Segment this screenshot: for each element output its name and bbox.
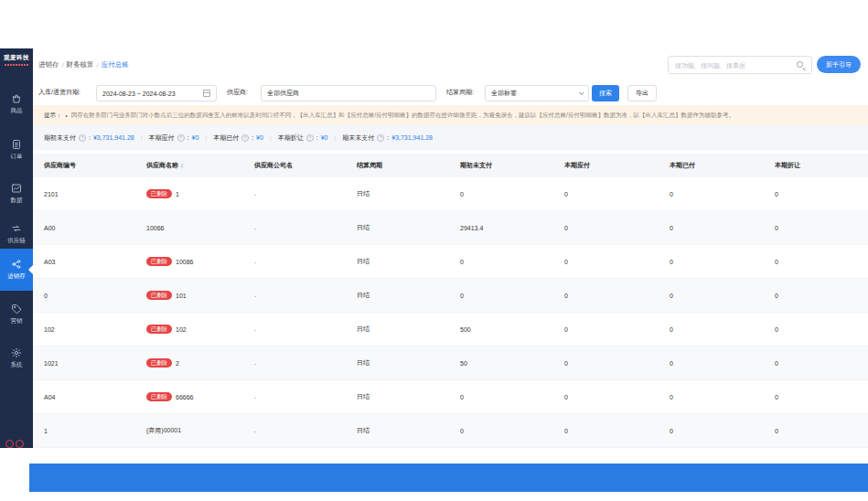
cell-current-paid: 0 [659, 428, 764, 434]
help-icon[interactable]: ? [241, 134, 249, 142]
global-search[interactable] [668, 56, 812, 74]
period-select[interactable]: 全部标签 [485, 85, 589, 101]
cell-supplier-company: - [243, 326, 346, 333]
table-row[interactable]: 1021已删除2-日结50000 [33, 346, 868, 380]
guide-button[interactable]: 新手引导 [817, 56, 861, 73]
cell-current-payable: 0 [553, 293, 659, 299]
cell-current-paid: 0 [659, 191, 764, 197]
search-button[interactable]: 搜索 [592, 85, 619, 101]
column-header: 期初未支付 [449, 161, 553, 170]
app-window: 观麦科技 商品订单数据供应链进销存营销系统 进销存/财务核算/应付总账 新手引导… [0, 48, 868, 448]
cell-current-discount: 0 [764, 293, 868, 299]
sidebar-item-label: 进销存 [7, 272, 26, 281]
deleted-badge: 已删除 [146, 358, 172, 368]
breadcrumb-item[interactable]: 财务核算 [67, 60, 94, 69]
cell-current-discount: 0 [764, 225, 868, 231]
column-header: 本期折让 [764, 161, 868, 170]
column-header: 供应商公司名 [243, 161, 346, 170]
sidebar-bottom-icon[interactable] [5, 440, 24, 448]
sidebar-item-label: 营销 [11, 317, 23, 325]
help-icon[interactable]: ? [377, 134, 384, 142]
table-row[interactable]: 2101已删除1-日结0000 [33, 177, 868, 211]
supplier-value: 全部供应商 [267, 89, 430, 98]
date-filter-label: 入库/退货日期: [38, 88, 80, 97]
sidebar-item-goods[interactable]: 商品 [0, 89, 33, 120]
cell-current-payable: 0 [553, 394, 659, 400]
table-row[interactable]: A0010066-日结29413.4000 [33, 211, 868, 245]
breadcrumb-item[interactable]: 进销存 [38, 60, 59, 69]
supplier-name-text: 102 [176, 326, 187, 333]
hint-label: 提示： [44, 112, 62, 120]
cell-supplier-company: - [243, 360, 346, 367]
summary-label: 本期已付 [213, 133, 239, 143]
cell-supplier-company: - [243, 191, 346, 197]
cell-supplier-code: A00 [33, 225, 135, 231]
logo: 观麦科技 [0, 54, 33, 66]
date-range-input[interactable]: 2024-08-23 ~ 2024-08-23 [96, 85, 217, 101]
breadcrumb-separator: / [97, 61, 99, 69]
logo-subtext [5, 64, 28, 66]
cell-settlement-period: 日结 [346, 223, 449, 232]
cell-settlement-period: 日结 [346, 426, 449, 435]
cell-settlement-period: 日结 [346, 358, 449, 368]
cell-current-paid: 0 [659, 394, 764, 400]
sidebar-item-label: 商品 [11, 107, 23, 115]
cell-current-discount: 0 [764, 394, 868, 400]
help-icon[interactable]: ? [306, 134, 314, 142]
screen: 观麦科技 商品订单数据供应链进销存营销系统 进销存/财务核算/应付总账 新手引导… [0, 0, 868, 501]
cell-current-paid: 0 [659, 225, 764, 231]
table-row[interactable]: 0已删除101-日结0000 [33, 279, 868, 313]
cell-current-paid: 0 [659, 259, 764, 265]
table-row[interactable]: 102已删除102-日结500000 [33, 313, 868, 346]
sidebar-item-orders[interactable]: 订单 [0, 134, 33, 165]
sidebar-item-system[interactable]: 系统 [0, 343, 33, 374]
sort-icon[interactable]: ▲▼ [180, 163, 184, 168]
cell-supplier-code: A03 [33, 259, 135, 265]
cell-settlement-period: 日结 [346, 325, 449, 334]
deleted-badge: 已删除 [146, 291, 172, 300]
sidebar-item-data[interactable]: 数据 [0, 178, 33, 209]
gear-icon [11, 347, 22, 359]
table-row[interactable]: A04已删除66666-日结0000 [33, 380, 868, 414]
summary-value: ¥0 [256, 134, 263, 141]
cell-current-payable: 0 [553, 191, 659, 197]
sidebar-item-label: 系统 [11, 361, 23, 369]
export-button[interactable]: 导出 [627, 85, 657, 101]
table-row[interactable]: 1(弃用)00001-日结0000 [33, 414, 868, 448]
search-input[interactable] [669, 57, 811, 73]
summary-label: 期初未支付 [44, 133, 76, 143]
cell-opening-unpaid: 500 [449, 326, 553, 333]
help-icon[interactable]: ? [177, 134, 185, 142]
cell-opening-unpaid: 50 [449, 360, 553, 367]
cell-supplier-code: 102 [33, 326, 135, 333]
help-icon[interactable]: ? [79, 134, 86, 142]
summary-colon: : [252, 134, 253, 141]
sidebar-item-supply-chain[interactable]: 供应链 [0, 219, 33, 250]
calendar-icon [203, 90, 210, 97]
search-icon[interactable] [797, 61, 805, 69]
summary-label: 本期折让 [278, 133, 304, 143]
sidebar-item-label: 数据 [11, 197, 23, 205]
breadcrumb-separator: / [62, 61, 64, 69]
column-header-label: 本期折让 [775, 161, 800, 170]
supplier-name-text: 10066 [146, 225, 164, 231]
cell-supplier-name: 已删除1 [135, 189, 243, 198]
summary-colon: : [387, 134, 389, 141]
hint-bar: 提示： • 因存在财务部门与业务部门对小数点后三位的数据四舍五入的标准以及时间口… [33, 105, 868, 125]
table-row[interactable]: A03已删除10086-日结0000 [33, 245, 868, 279]
summary-item: 期初未支付?:¥3,731,941.28 [44, 133, 134, 143]
cell-current-payable: 0 [553, 428, 659, 434]
cell-settlement-period: 日结 [346, 291, 449, 300]
logo-text: 观麦科技 [0, 54, 33, 62]
supplier-input[interactable]: 全部供应商 [261, 85, 436, 101]
cell-current-payable: 0 [553, 326, 659, 333]
cell-supplier-name: 已删除66666 [135, 392, 243, 401]
supplier-filter-label: 供应商: [227, 88, 248, 97]
supply-chain-icon [11, 223, 22, 235]
cell-opening-unpaid: 0 [449, 293, 553, 299]
summary-colon: : [89, 134, 91, 141]
cell-current-paid: 0 [659, 360, 764, 367]
sidebar-item-marketing[interactable]: 营销 [0, 299, 33, 330]
sidebar: 观麦科技 商品订单数据供应链进销存营销系统 [0, 48, 33, 448]
period-filter-label: 结算周期: [446, 88, 474, 97]
